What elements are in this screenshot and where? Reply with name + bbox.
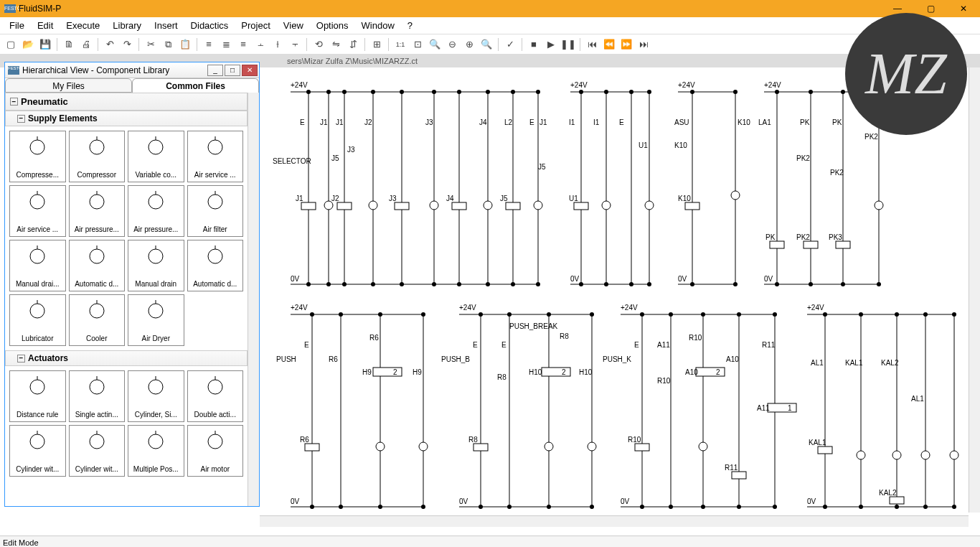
align-center-icon[interactable]: ≣ — [218, 37, 234, 52]
lib-maximize-button[interactable]: □ — [225, 65, 240, 76]
rotate-icon[interactable]: ⟲ — [311, 37, 326, 52]
component-item[interactable]: Single actin... — [69, 370, 126, 422]
zoom-area-icon[interactable]: 🔍 — [427, 37, 443, 52]
lib-close-button[interactable]: ✕ — [242, 65, 258, 76]
menu-edit[interactable]: Edit — [31, 20, 60, 31]
component-item[interactable]: Compressor — [69, 131, 126, 182]
component-item[interactable]: Manual drai... — [9, 240, 66, 291]
component-item[interactable]: Air filter — [187, 185, 244, 237]
svg-point-156 — [809, 90, 813, 94]
component-item[interactable]: Double acti... — [187, 370, 244, 422]
category-actuators[interactable]: − Actuators — [5, 350, 248, 366]
component-item[interactable]: Lubricator — [9, 294, 66, 346]
component-item[interactable]: Distance rule — [9, 370, 66, 422]
menu-view[interactable]: View — [277, 20, 310, 31]
component-item[interactable]: Automatic d... — [187, 240, 244, 291]
menu-didactics[interactable]: Didactics — [184, 20, 235, 31]
menu-insert[interactable]: Insert — [148, 20, 184, 31]
component-item[interactable]: Cylinder wit... — [69, 425, 126, 477]
library-scrollbar[interactable] — [248, 93, 259, 506]
svg-text:J3: J3 — [425, 118, 433, 126]
svg-point-116 — [604, 90, 608, 94]
svg-point-210 — [479, 312, 483, 317]
collapse-icon[interactable]: − — [17, 115, 25, 123]
zoom-out-icon[interactable]: ⊖ — [444, 37, 460, 52]
stop-icon[interactable]: ■ — [526, 37, 542, 52]
component-item[interactable]: Manual drain — [128, 240, 184, 291]
copy-icon[interactable]: ⧉ — [160, 37, 176, 52]
step-back-icon[interactable]: ⏪ — [601, 37, 617, 52]
svg-rect-54 — [301, 202, 316, 210]
component-item[interactable]: Variable co... — [128, 131, 184, 182]
new-icon[interactable]: ▢ — [3, 37, 19, 52]
svg-rect-269 — [732, 472, 746, 479]
category-supply-elements[interactable]: − Supply Elements — [5, 111, 248, 126]
menu-project[interactable]: Project — [235, 20, 276, 31]
circuit-canvas[interactable]: +24V 0V EJ1J1J1J2J2J3J3J4J4L2J5EJ5J3J5J1… — [273, 67, 973, 513]
canvas-scrollbar-horizontal[interactable] — [260, 515, 969, 527]
align-left-icon[interactable]: ≡ — [201, 37, 217, 52]
svg-text:PK2: PK2 — [796, 233, 810, 241]
close-button[interactable]: ✕ — [947, 0, 980, 17]
paste-icon[interactable]: 📋 — [177, 37, 193, 52]
collapse-icon[interactable]: − — [17, 355, 25, 363]
pause-icon[interactable]: ❚❚ — [560, 37, 576, 52]
align-middle-icon[interactable]: ⫲ — [270, 37, 286, 52]
component-item[interactable]: Air pressure... — [128, 185, 184, 237]
svg-point-102 — [534, 201, 542, 210]
menu-window[interactable]: Window — [355, 20, 401, 31]
category-pneumatic[interactable]: − Pneumatic — [5, 93, 248, 111]
svg-text:+24V: +24V — [621, 304, 638, 312]
redo-icon[interactable]: ↷ — [119, 37, 135, 52]
menu-library[interactable]: Library — [106, 20, 148, 31]
tab-my-files[interactable]: My Files — [5, 78, 132, 93]
component-item[interactable]: Cooler — [69, 294, 126, 346]
save-icon[interactable]: 💾 — [37, 37, 53, 52]
mirror-v-icon[interactable]: ⇵ — [345, 37, 361, 52]
play-icon[interactable]: ▶ — [543, 37, 559, 52]
skip-start-icon[interactable]: ⏮ — [584, 37, 600, 52]
menu-execute[interactable]: Execute — [60, 20, 106, 31]
mirror-h-icon[interactable]: ⇋ — [328, 37, 344, 52]
zoom-prev-icon[interactable]: 🔍 — [479, 37, 494, 52]
component-item[interactable]: Air pressure... — [69, 185, 126, 237]
open-icon[interactable]: 📂 — [20, 37, 36, 52]
check-icon[interactable]: ✓ — [502, 37, 518, 52]
component-symbol-icon — [197, 429, 233, 454]
component-item[interactable]: Air service ... — [187, 131, 244, 182]
print-preview-icon[interactable]: 🗎 — [61, 37, 77, 52]
svg-text:2: 2 — [562, 368, 566, 376]
zoom-in-icon[interactable]: ⊕ — [461, 37, 477, 52]
component-item[interactable]: Air Dryer — [128, 294, 184, 346]
component-item[interactable]: Automatic d... — [69, 240, 126, 291]
svg-text:KAL1: KAL1 — [809, 439, 826, 447]
align-right-icon[interactable]: ≡ — [235, 37, 251, 52]
component-item[interactable]: Air service ... — [9, 185, 66, 237]
menu-options[interactable]: Options — [310, 20, 355, 31]
lib-minimize-button[interactable]: _ — [207, 65, 223, 76]
component-item[interactable]: Cylinder, Si... — [128, 370, 184, 422]
grid-icon[interactable]: ⊞ — [369, 37, 385, 52]
zoom-11-icon[interactable]: 1:1 — [392, 37, 408, 52]
component-item[interactable]: Cylinder wit... — [9, 425, 66, 477]
svg-point-176 — [875, 201, 883, 210]
skip-end-icon[interactable]: ⏭ — [636, 37, 651, 52]
svg-point-301 — [921, 451, 930, 459]
collapse-icon[interactable]: − — [10, 98, 18, 106]
tab-common-files[interactable]: Common Files — [132, 78, 259, 93]
component-item[interactable]: Air motor — [187, 425, 244, 477]
component-item[interactable]: Compresse... — [9, 131, 66, 182]
align-top-icon[interactable]: ⫠ — [253, 37, 268, 52]
step-fwd-icon[interactable]: ⏩ — [618, 37, 634, 52]
menu-file[interactable]: File — [3, 20, 31, 31]
undo-icon[interactable]: ↶ — [102, 37, 118, 52]
print-icon[interactable]: 🖨 — [78, 37, 94, 52]
align-bottom-icon[interactable]: ⫟ — [287, 37, 303, 52]
cut-icon[interactable]: ✂ — [143, 37, 159, 52]
menu-help[interactable]: ? — [401, 20, 419, 31]
svg-point-211 — [479, 505, 483, 509]
component-item[interactable]: Multiple Pos... — [128, 425, 184, 477]
canvas-scrollbar-vertical[interactable] — [969, 67, 980, 513]
svg-point-240 — [640, 312, 644, 317]
zoom-fit-icon[interactable]: ⊡ — [410, 37, 425, 52]
